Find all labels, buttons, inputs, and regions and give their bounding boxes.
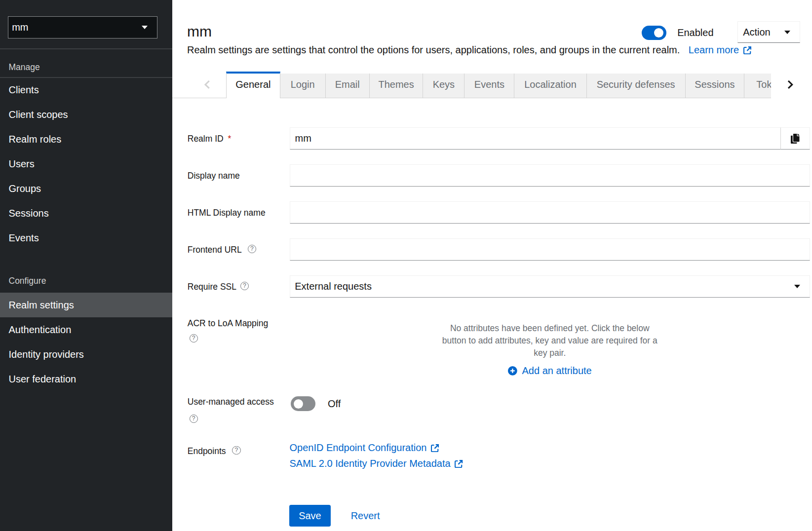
nav-users[interactable]: Users xyxy=(0,152,172,176)
page-title: mm xyxy=(187,22,212,41)
tab-scroll-left xyxy=(172,72,226,98)
tab-email[interactable]: Email xyxy=(326,74,370,98)
enabled-label: Enabled xyxy=(677,25,713,40)
nav-realm-settings[interactable]: Realm settings xyxy=(0,293,172,317)
select-require-ssl[interactable]: External requests xyxy=(290,275,811,298)
input-html-display-name[interactable] xyxy=(290,201,811,224)
keycloak-realm-settings: mm Manage Clients Client scopes Realm ro… xyxy=(0,0,812,531)
nav-user-federation[interactable]: User federation xyxy=(0,367,172,391)
tab-keys[interactable]: Keys xyxy=(423,74,464,98)
nav-client-scopes[interactable]: Client scopes xyxy=(0,102,172,127)
add-attribute[interactable]: Add an attribute xyxy=(508,363,592,378)
label-frontend-url: Frontend URL xyxy=(188,242,242,257)
tab-tokens[interactable]: Tokens xyxy=(744,74,771,98)
nav-group-configure: Configure xyxy=(9,274,46,287)
label-realm-id: Realm ID* xyxy=(188,131,232,146)
saml-endpoint[interactable]: SAML 2.0 Identity Provider Metadata xyxy=(290,456,463,472)
copy-button[interactable] xyxy=(780,127,810,150)
input-display-name[interactable] xyxy=(290,164,811,187)
label-uma: User-managed access xyxy=(188,394,274,409)
openid-endpoint[interactable]: OpenID Endpoint Configuration xyxy=(290,440,463,456)
page-description: Realm settings are settings that control… xyxy=(187,42,751,58)
tab-security-defenses[interactable]: Security defenses xyxy=(587,74,686,98)
uma-switch[interactable] xyxy=(291,396,315,411)
label-html-display-name: HTML Display name xyxy=(188,205,266,220)
label-require-ssl: Require SSL xyxy=(188,279,236,294)
tab-general[interactable]: General xyxy=(226,72,280,98)
tab-sessions[interactable]: Sessions xyxy=(686,74,745,98)
tab-localization[interactable]: Localization xyxy=(514,74,586,98)
endpoints: OpenID Endpoint Configuration SAML 2.0 I… xyxy=(290,440,463,472)
enabled-switch[interactable] xyxy=(642,26,666,40)
label-display-name: Display name xyxy=(188,168,240,183)
revert-button[interactable]: Revert xyxy=(351,508,380,523)
tab-login[interactable]: Login xyxy=(280,74,326,98)
nav-authentication[interactable]: Authentication xyxy=(0,317,172,342)
sidebar: mm Manage Clients Client scopes Realm ro… xyxy=(0,0,172,531)
action-dropdown[interactable]: Action xyxy=(737,21,801,43)
learn-more[interactable]: Learn more xyxy=(689,44,751,55)
input-frontend-url[interactable] xyxy=(290,238,811,261)
uma-state: Off xyxy=(328,396,341,411)
input-realm-id[interactable] xyxy=(290,127,811,150)
label-endpoints: Endpoints xyxy=(188,444,226,458)
acr-empty-text: No attributes have been defined yet. Cli… xyxy=(290,322,811,359)
save-button[interactable]: Save xyxy=(289,505,331,527)
tabs: General Login Email Themes Keys Events L… xyxy=(226,72,771,98)
label-acr-loa: ACR to LoA Mapping xyxy=(188,316,268,331)
nav-events[interactable]: Events xyxy=(0,226,172,250)
tab-scroll-right xyxy=(771,72,812,98)
tab-themes[interactable]: Themes xyxy=(370,74,424,98)
tab-events[interactable]: Events xyxy=(464,74,514,98)
nav-identity-providers[interactable]: Identity providers xyxy=(0,342,172,367)
nav-clients[interactable]: Clients xyxy=(0,77,172,102)
realm-selector[interactable]: mm xyxy=(8,16,157,38)
nav-realm-roles[interactable]: Realm roles xyxy=(0,127,172,152)
nav-group-manage: Manage xyxy=(9,61,40,74)
nav-groups[interactable]: Groups xyxy=(0,176,172,201)
nav-sessions[interactable]: Sessions xyxy=(0,201,172,226)
